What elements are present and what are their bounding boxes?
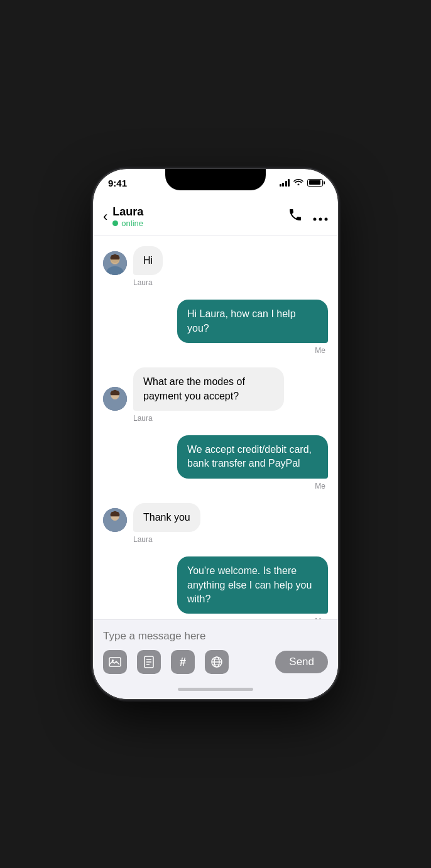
message-text: You're welcome. Is there anything else I… [187, 565, 312, 604]
phone-screen: 9:41 [93, 169, 338, 699]
note-button[interactable] [137, 650, 161, 674]
notch [165, 169, 266, 190]
message-row: Hi [103, 246, 328, 275]
message-group: What are the modes of payment you accept… [103, 367, 328, 423]
message-row: You're welcome. Is there anything else I… [103, 556, 328, 614]
sender-label: Laura [103, 414, 328, 423]
sender-label: Me [103, 346, 328, 355]
message-row: What are the modes of payment you accept… [103, 367, 328, 411]
hashtag-button[interactable]: # [171, 650, 195, 674]
chat-area: Hi Laura Hi Laura, how can I help you? M… [93, 236, 338, 619]
avatar [103, 251, 127, 275]
message-text: We accept credit/debit card, bank transf… [187, 444, 312, 469]
svg-point-0 [314, 217, 317, 220]
signal-icon [280, 179, 290, 187]
header-actions [288, 207, 328, 226]
input-area: # Send [93, 619, 338, 679]
send-button[interactable]: Send [275, 651, 328, 673]
contact-name: Laura [112, 205, 288, 219]
message-group: Hi Laura, how can I help you? Me [103, 300, 328, 355]
more-button[interactable] [313, 210, 328, 224]
status-time: 9:41 [108, 178, 127, 188]
message-group: Thank you Laura [103, 503, 328, 544]
message-bubble: Hi Laura, how can I help you? [177, 300, 328, 343]
message-group: Hi Laura [103, 246, 328, 287]
message-bubble: We accept credit/debit card, bank transf… [177, 435, 328, 479]
message-bubble: Hi [133, 246, 163, 275]
sender-label: Laura [103, 535, 328, 544]
message-row: Thank you [103, 503, 328, 532]
message-text: Hi Laura, how can I help you? [187, 308, 296, 333]
contact-status: online [112, 219, 288, 228]
message-text: What are the modes of payment you accept… [143, 376, 245, 401]
status-icons [280, 178, 324, 187]
message-bubble: What are the modes of payment you accept… [133, 367, 284, 411]
message-group: You're welcome. Is there anything else I… [103, 556, 328, 619]
message-row: Hi Laura, how can I help you? [103, 300, 328, 343]
home-bar [178, 688, 253, 691]
contact-info: Laura online [112, 205, 288, 228]
wifi-icon [293, 178, 303, 187]
message-bubble: Thank you [133, 503, 200, 532]
message-row: We accept credit/debit card, bank transf… [103, 435, 328, 479]
battery-icon [307, 179, 323, 187]
sender-label: Laura [103, 278, 328, 287]
svg-point-1 [319, 217, 322, 220]
message-text: Thank you [143, 512, 190, 523]
home-indicator [93, 679, 338, 699]
avatar [103, 387, 127, 411]
message-group: We accept credit/debit card, bank transf… [103, 435, 328, 491]
message-text: Hi [143, 255, 153, 266]
globe-button[interactable] [205, 650, 229, 674]
online-dot [112, 220, 118, 226]
back-button[interactable]: ‹ [103, 209, 107, 225]
svg-point-2 [325, 217, 328, 220]
image-button[interactable] [103, 650, 127, 674]
phone-frame: 9:41 [93, 169, 338, 699]
message-input[interactable] [103, 627, 328, 650]
call-button[interactable] [288, 207, 303, 226]
chat-header: ‹ Laura online [93, 200, 338, 236]
avatar [103, 508, 127, 532]
hashtag-icon: # [180, 656, 186, 669]
status-text: online [121, 219, 143, 228]
input-toolbar: # Send [103, 650, 328, 674]
sender-label: Me [103, 482, 328, 491]
message-bubble: You're welcome. Is there anything else I… [177, 556, 328, 614]
